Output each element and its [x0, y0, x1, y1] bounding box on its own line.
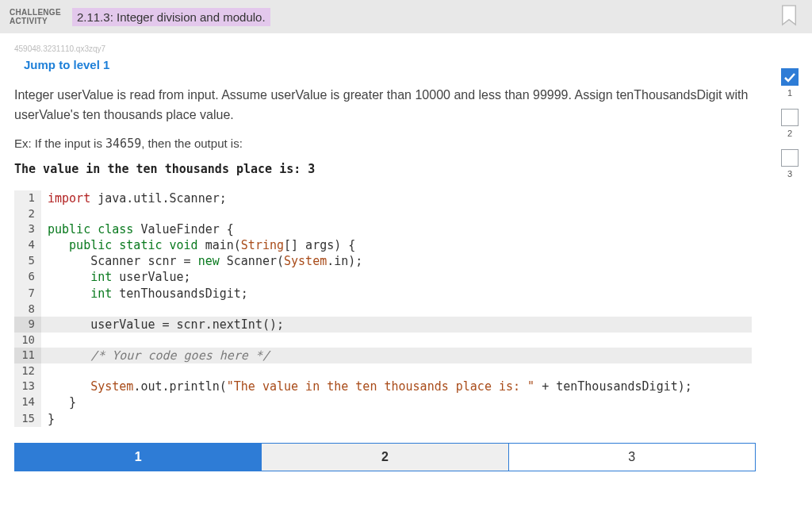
gutter-10: 10: [14, 333, 41, 348]
progress-step-3-label: 3: [780, 169, 799, 179]
gutter-12: 12: [14, 363, 41, 379]
step-tabs: 1 2 3: [14, 443, 756, 471]
example-line: Ex: If the input is 34659, then the outp…: [14, 136, 752, 151]
gutter-6: 6: [14, 269, 41, 285]
tab-step-2[interactable]: 2: [262, 444, 508, 471]
progress-step-1-label: 1: [780, 88, 799, 98]
progress-stepper: 1 2 3: [780, 68, 799, 190]
activity-title: 2.11.3: Integer division and modulo.: [72, 8, 270, 26]
prompt-text: Integer userValue is read from input. As…: [14, 86, 752, 125]
gutter-3: 3: [14, 221, 41, 237]
example-suffix: , then the output is:: [141, 136, 243, 150]
gutter-14: 14: [14, 394, 41, 410]
example-input: 34659: [105, 136, 141, 151]
activity-header: CHALLENGE ACTIVITY 2.11.3: Integer divis…: [0, 0, 812, 33]
gutter-4: 4: [14, 237, 41, 253]
bookmark-icon: [780, 5, 798, 27]
progress-step-3[interactable]: 3: [780, 149, 799, 179]
code-editor[interactable]: 1import java.util.Scanner; 2 3public cla…: [14, 190, 752, 427]
label-line2: ACTIVITY: [10, 17, 61, 25]
tab-step-3[interactable]: 3: [509, 444, 755, 471]
progress-step-2-label: 2: [780, 129, 799, 138]
gutter-8: 8: [14, 302, 41, 317]
gutter-5: 5: [14, 253, 41, 269]
check-icon: [783, 71, 796, 84]
label-line1: CHALLENGE: [10, 8, 61, 17]
progress-step-2[interactable]: 2: [780, 109, 799, 138]
gutter-11: 11: [14, 348, 41, 363]
gutter-13: 13: [14, 379, 41, 394]
prompt-area: Integer userValue is read from input. As…: [14, 86, 752, 176]
gutter-15: 15: [14, 411, 41, 427]
example-prefix: Ex: If the input is: [14, 136, 105, 150]
jump-to-level-link[interactable]: Jump to level 1: [24, 58, 109, 71]
gutter-7: 7: [14, 286, 41, 302]
gutter-2: 2: [14, 206, 41, 221]
progress-step-1[interactable]: 1: [780, 68, 799, 98]
example-output: The value in the ten thousands place is:…: [14, 162, 752, 176]
bookmark-button[interactable]: [779, 5, 799, 29]
activity-id: 459048.3231110.qx3zqy7: [14, 44, 798, 53]
tab-step-1[interactable]: 1: [15, 444, 262, 471]
gutter-9: 9: [14, 317, 41, 333]
gutter-1: 1: [14, 190, 41, 206]
challenge-activity-label: CHALLENGE ACTIVITY: [10, 8, 61, 25]
